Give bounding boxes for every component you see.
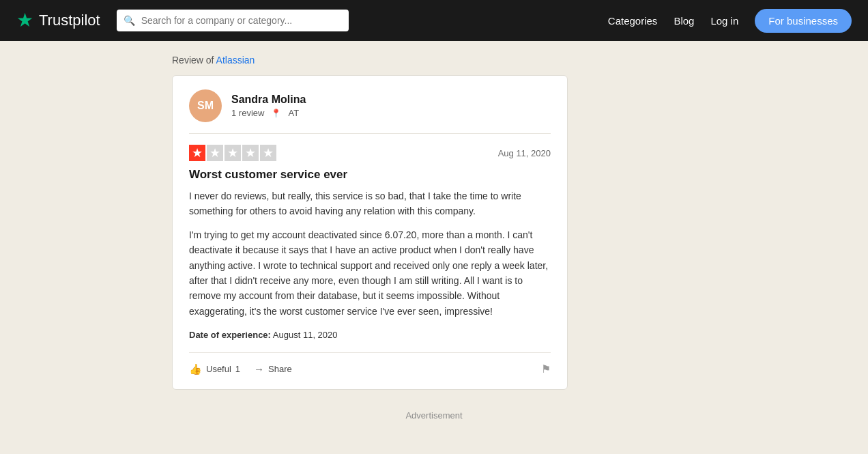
avatar: SM xyxy=(189,89,222,122)
review-count: 1 review xyxy=(231,108,264,118)
star-4: ★ xyxy=(242,145,259,161)
breadcrumb: Review of Atlassian xyxy=(172,55,696,66)
advertisement: Advertisement xyxy=(172,410,696,421)
header: ★ Trustpilot 🔍 Categories Blog Log in Fo… xyxy=(0,0,868,41)
share-label: Share xyxy=(268,364,292,374)
star-2: ★ xyxy=(207,145,223,161)
search-bar: 🔍 xyxy=(117,10,349,31)
location-icon: 📍 xyxy=(271,109,281,118)
useful-count: 1 xyxy=(235,364,240,374)
reviewer-meta: 1 review 📍 AT xyxy=(231,108,306,118)
header-nav: Categories Blog Log in For businesses xyxy=(608,9,852,33)
flag-icon: ⚑ xyxy=(541,363,551,375)
search-input[interactable] xyxy=(117,10,349,31)
stars-display: ★ ★ ★ ★ ★ xyxy=(189,145,276,161)
date-of-experience: Date of experience: August 11, 2020 xyxy=(189,330,551,340)
breadcrumb-prefix: Review of xyxy=(172,55,214,66)
flag-button[interactable]: ⚑ xyxy=(541,363,551,375)
review-footer: 👍 Useful 1 → Share ⚑ xyxy=(189,352,551,375)
logo[interactable]: ★ Trustpilot xyxy=(16,11,100,30)
review-paragraph-1: I never do reviews, but really, this ser… xyxy=(189,188,551,219)
footer-actions: 👍 Useful 1 → Share xyxy=(189,363,292,375)
review-body: I never do reviews, but really, this ser… xyxy=(189,188,551,319)
advertisement-label: Advertisement xyxy=(405,410,462,421)
blog-link[interactable]: Blog xyxy=(674,15,694,27)
rating-row: ★ ★ ★ ★ ★ Aug 11, 2020 xyxy=(189,145,551,161)
share-button[interactable]: → Share xyxy=(254,363,292,375)
star-5: ★ xyxy=(260,145,276,161)
share-icon: → xyxy=(254,363,264,375)
star-3: ★ xyxy=(225,145,241,161)
login-link[interactable]: Log in xyxy=(710,15,738,27)
review-title: Worst customer service ever xyxy=(189,168,551,182)
reviewer-info: Sandra Molina 1 review 📍 AT xyxy=(231,94,306,118)
categories-link[interactable]: Categories xyxy=(608,15,658,27)
review-card: SM Sandra Molina 1 review 📍 AT ★ ★ ★ ★ ★… xyxy=(172,75,568,390)
reviewer-location: AT xyxy=(288,108,299,118)
logo-text: Trustpilot xyxy=(39,12,100,29)
useful-button[interactable]: 👍 Useful 1 xyxy=(189,363,240,375)
main-content: Review of Atlassian SM Sandra Molina 1 r… xyxy=(161,41,707,434)
reviewer-header: SM Sandra Molina 1 review 📍 AT xyxy=(189,89,551,134)
star-1: ★ xyxy=(189,145,205,161)
review-date: Aug 11, 2020 xyxy=(498,148,551,158)
trustpilot-star-icon: ★ xyxy=(16,11,33,30)
breadcrumb-company-link[interactable]: Atlassian xyxy=(216,55,255,66)
review-paragraph-2: I'm trying to get my account deactivated… xyxy=(189,227,551,319)
thumbs-up-icon: 👍 xyxy=(189,363,202,375)
date-of-experience-label: Date of experience: xyxy=(189,330,271,340)
for-businesses-button[interactable]: For businesses xyxy=(755,9,852,33)
date-of-experience-value: August 11, 2020 xyxy=(273,330,338,340)
reviewer-name: Sandra Molina xyxy=(231,94,306,106)
useful-label: Useful xyxy=(206,364,231,374)
